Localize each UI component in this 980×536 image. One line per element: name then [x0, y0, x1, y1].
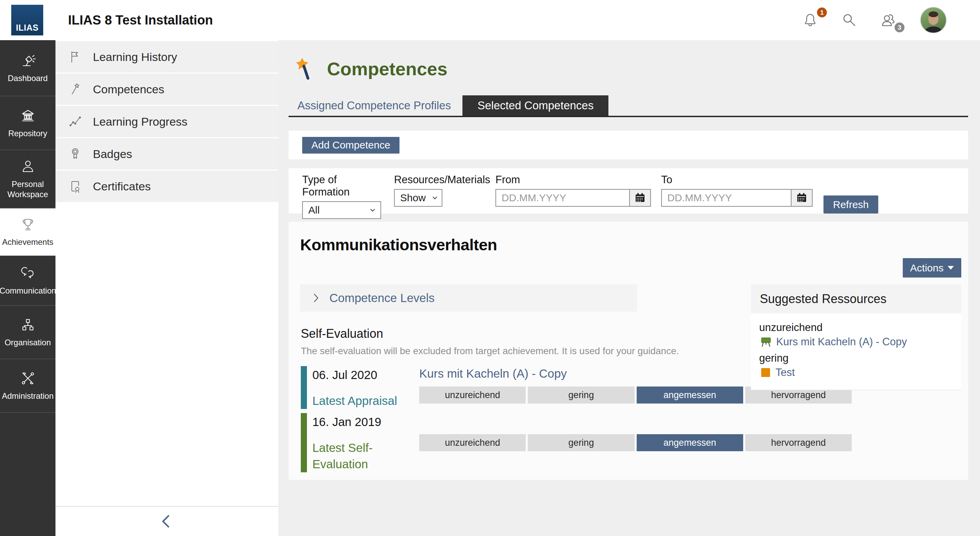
- filter-strip: Type of Formation All Resources/Material…: [288, 168, 968, 214]
- sidebar-item-achievements[interactable]: Achievements: [0, 208, 56, 256]
- refresh-button[interactable]: Refresh: [824, 195, 878, 214]
- competences-wand-icon: [294, 57, 315, 80]
- contacts-button[interactable]: 3: [880, 11, 898, 29]
- entry-accent-bar: [301, 366, 307, 409]
- scale-segment-selected: angemessen: [637, 386, 743, 404]
- filter-label: Type of Formation: [302, 174, 384, 198]
- toolbar-strip: Add Competence: [288, 131, 968, 160]
- ilias-logo[interactable]: ILIAS: [11, 5, 43, 35]
- trophy-icon: [20, 216, 36, 233]
- page-title-row: Competences: [294, 57, 968, 80]
- competence-title: Kommunikationsverhalten: [300, 235, 961, 254]
- suggested-resource-row: Kurs mit Kacheln (A) - Copy: [760, 336, 953, 348]
- notifications-button[interactable]: 1: [802, 11, 819, 29]
- selected-value: Show: [400, 192, 426, 204]
- scale-segment-selected: angemessen: [637, 434, 743, 451]
- top-header: ILIAS ILIAS 8 Test Installation 1 3: [0, 0, 980, 40]
- tools-icon: [20, 370, 36, 386]
- suggested-resource-link[interactable]: Test: [775, 367, 795, 379]
- sidebar-item-communication[interactable]: Communication: [0, 256, 56, 306]
- type-of-formation-select[interactable]: All: [302, 201, 381, 219]
- notifications-badge: 1: [817, 8, 827, 18]
- calendar-icon: [635, 192, 646, 203]
- filter-to: To: [661, 174, 813, 214]
- competence-levels-toggle[interactable]: Competence Levels: [300, 284, 637, 312]
- ilias-logo-text: ILIAS: [16, 23, 38, 33]
- entry-resource-link[interactable]: Kurs mit Kacheln (A) - Copy: [419, 367, 567, 380]
- add-competence-button[interactable]: Add Competence: [302, 137, 399, 153]
- sidebar-item-personal-workspace[interactable]: Personal Workspace: [0, 150, 56, 208]
- certificate-icon: [68, 179, 82, 193]
- slate-item-badges[interactable]: Badges: [56, 138, 278, 169]
- search-icon: [841, 12, 858, 28]
- sidebar-item-administration[interactable]: Administration: [0, 359, 56, 413]
- wand-icon: [68, 82, 82, 96]
- calendar-icon: [796, 192, 807, 203]
- entry-date: 06. Jul 2020: [312, 368, 418, 382]
- resources-materials-select[interactable]: Show: [394, 189, 442, 207]
- person-icon: [20, 158, 36, 175]
- sidebar-item-label: Administration: [2, 391, 53, 401]
- slate-item-label: Learning Progress: [93, 115, 188, 128]
- sidebar-item-label: Personal Workspace: [2, 179, 53, 199]
- collapse-slate-button[interactable]: [56, 506, 278, 536]
- sidebar-filler: [0, 413, 56, 536]
- to-calendar-button[interactable]: [791, 189, 813, 207]
- chevron-down-icon: [369, 208, 375, 212]
- suggested-level: gering: [759, 352, 953, 364]
- suggested-resources-title: Suggested Ressources: [751, 284, 961, 313]
- slate-item-label: Certificates: [93, 180, 151, 193]
- user-avatar[interactable]: [920, 7, 947, 34]
- caret-down-icon: [948, 266, 954, 270]
- slate-item-label: Competences: [93, 83, 164, 96]
- sidebar-item-dashboard[interactable]: Dashboard: [0, 40, 56, 96]
- slate-item-learning-history[interactable]: Learning History: [56, 41, 278, 73]
- sidebar-item-label: Organisation: [5, 337, 51, 348]
- scale-segment: unzureichend: [419, 434, 526, 451]
- tab-bar: Assigned Competence Profiles Selected Co…: [288, 95, 968, 117]
- slate-item-label: Badges: [93, 147, 132, 161]
- medal-icon: [68, 147, 82, 161]
- chevron-down-icon: [432, 195, 438, 200]
- test-object-icon: [760, 367, 771, 378]
- orgchart-icon: [20, 317, 36, 333]
- suggested-level: unzureichend: [759, 321, 953, 334]
- filter-from: From: [495, 174, 651, 214]
- selected-value: All: [308, 204, 320, 216]
- chevron-right-icon: [312, 293, 321, 303]
- scale-segment: gering: [528, 386, 634, 404]
- search-button[interactable]: [841, 12, 858, 28]
- to-date-input[interactable]: [661, 189, 791, 207]
- page-title: Competences: [327, 58, 447, 79]
- from-date-input[interactable]: [495, 189, 630, 207]
- filter-label: From: [495, 174, 651, 186]
- sidebar-item-label: Achievements: [2, 237, 53, 247]
- sidebar-item-label: Communication: [0, 286, 56, 296]
- sidebar-item-organisation[interactable]: Organisation: [0, 306, 56, 359]
- slate-item-learning-progress[interactable]: Learning Progress: [56, 106, 278, 137]
- filter-type-of-formation: Type of Formation All: [302, 174, 384, 214]
- entry-accent-bar: [301, 413, 307, 472]
- actions-dropdown-button[interactable]: Actions: [903, 258, 961, 278]
- main-sidebar: Dashboard Repository Personal Workspace: [0, 40, 56, 536]
- competence-panel: Kommunikationsverhalten Actions Competen…: [288, 222, 968, 480]
- flag-icon: [68, 50, 82, 64]
- chat-icon: [20, 265, 36, 281]
- from-calendar-button[interactable]: [630, 189, 651, 207]
- entry-type-label: Latest Self-Evaluation: [312, 440, 418, 472]
- installation-title: ILIAS 8 Test Installation: [68, 13, 213, 27]
- chevron-left-icon: [159, 514, 175, 529]
- competence-levels-label: Competence Levels: [329, 291, 434, 305]
- sidebar-item-repository[interactable]: Repository: [0, 96, 56, 150]
- scale-segment: unzureichend: [419, 386, 526, 404]
- slate-item-competences[interactable]: Competences: [56, 73, 278, 105]
- competence-scale: unzureichend gering angemessen hervorrag…: [419, 434, 852, 451]
- tab-selected-competences[interactable]: Selected Competences: [463, 95, 608, 116]
- header-actions: 1 3: [802, 0, 947, 40]
- filter-label: Resources/Materials: [394, 174, 485, 186]
- tab-assigned-competence-profiles[interactable]: Assigned Competence Profiles: [288, 95, 460, 116]
- suggested-resource-link[interactable]: Kurs mit Kacheln (A) - Copy: [776, 336, 907, 348]
- slate-item-certificates[interactable]: Certificates: [56, 171, 278, 202]
- entry-date: 16. Jan 2019: [312, 415, 418, 429]
- sidebar-item-label: Repository: [8, 128, 47, 139]
